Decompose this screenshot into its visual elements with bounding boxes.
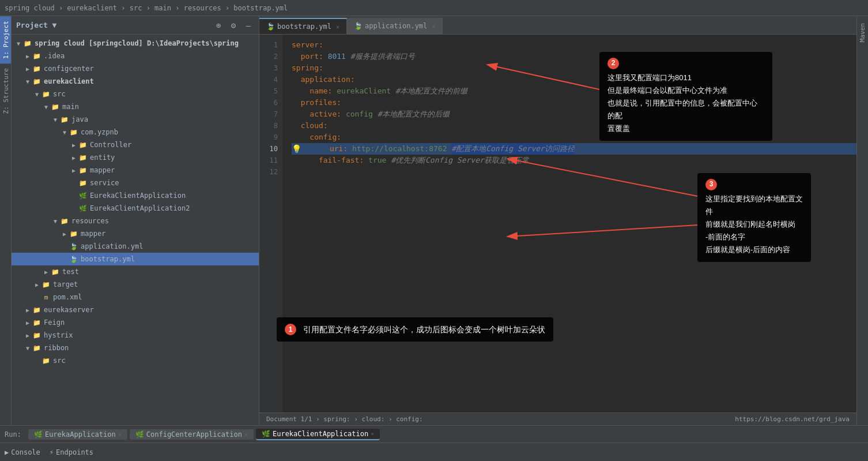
tab-bootstrap-yml[interactable]: 🍃 bootstrap.yml ✕: [259, 18, 347, 34]
settings-icon[interactable]: ⚙: [228, 20, 239, 31]
line-numbers: 1 2 3 4 5 6 7 8 9 10 11 12: [259, 35, 282, 413]
code-line-1: server:: [292, 39, 856, 51]
tree-item-mapper[interactable]: 📁 mapper: [12, 164, 259, 177]
tree-item-hystrix[interactable]: 📁 hystrix: [12, 329, 259, 342]
close-icon[interactable]: ✕: [244, 431, 248, 437]
yaml-icon: 🍃: [354, 22, 363, 30]
tree-item-eurekaclient[interactable]: 📁 eurekaclient: [12, 75, 259, 88]
run-tab-label: EurekaClientApplication: [273, 430, 368, 438]
tree-item-eureka-app[interactable]: 🌿 EurekaClientApplication: [12, 189, 259, 202]
vtab-project[interactable]: 1: Project: [0, 16, 11, 63]
tree-item-java[interactable]: 📁 java: [12, 113, 259, 126]
tree-arrow: [23, 343, 32, 353]
tree-label: com.yzpnb: [81, 128, 118, 136]
spring-icon: 🌿: [78, 204, 88, 213]
tree-label: Feign: [44, 318, 65, 327]
tree-label: bootstrap.yml: [81, 255, 135, 263]
folder-icon: 📁: [78, 178, 88, 188]
tab-application-yml[interactable]: 🍃 application.yml ✕: [347, 18, 443, 34]
tree-item-test[interactable]: 📁 test: [12, 265, 259, 278]
code-line-11: fail-fast: true #优先判断Config Server获取是否正常: [292, 155, 856, 166]
minimize-icon[interactable]: —: [243, 20, 254, 31]
tree-arrow: [32, 356, 41, 365]
code-area[interactable]: server: port: 8011 #服务提供者端口号 spring: app…: [282, 35, 856, 413]
close-icon[interactable]: ✕: [336, 24, 339, 30]
tree-arrow: [69, 153, 78, 162]
tree-arrow: [60, 229, 69, 238]
yaml-icon: 🍃: [69, 254, 78, 264]
close-icon[interactable]: ✕: [432, 23, 435, 29]
close-icon[interactable]: ✕: [118, 431, 122, 437]
editor-content: 1 2 3 4 5 6 7 8 9 10 11 12 server:: [259, 35, 856, 413]
folder-icon: 📁: [32, 77, 41, 86]
tree-arrow: [69, 140, 78, 149]
tree-item-idea[interactable]: 📁 .idea: [12, 50, 259, 62]
add-icon[interactable]: ⊕: [213, 20, 224, 31]
console-label: Console: [11, 448, 40, 456]
yaml-icon: 🍃: [69, 242, 78, 251]
maven-panel[interactable]: Maven: [856, 16, 868, 425]
close-icon[interactable]: ✕: [371, 430, 374, 437]
line-num-12: 12: [259, 166, 282, 178]
folder-icon: 📁: [78, 140, 88, 149]
tree-item-configcenter[interactable]: 📁 configcenter: [12, 62, 259, 75]
tree-item-target[interactable]: 📁 target: [12, 278, 259, 291]
line-num-7: 7: [259, 108, 282, 120]
tool-bar: ▶ Console ⚡ Endpoints: [0, 443, 868, 461]
tree-label: java: [71, 115, 88, 123]
tree-item-bootstrap-yml[interactable]: 🍃 bootstrap.yml: [12, 253, 259, 265]
code-line-12: [292, 166, 856, 178]
tree-item-pom[interactable]: m pom.xml: [12, 291, 259, 303]
sidebar: Project ▼ ⊕ ⚙ — 📁 spring cloud [springcl…: [12, 16, 259, 425]
tree-item-entity[interactable]: 📁 entity: [12, 151, 259, 164]
tree-item-application-yml[interactable]: 🍃 application.yml: [12, 240, 259, 253]
vtab-structure[interactable]: Z: Structure: [0, 63, 11, 118]
line-num-5: 5: [259, 85, 282, 97]
tree-item-ribbon[interactable]: 📁 ribbon: [12, 342, 259, 354]
folder-icon: 📁: [69, 229, 78, 238]
tree-item-eureka-app2[interactable]: 🌿 EurekaClientApplication2: [12, 202, 259, 215]
tree-item-root[interactable]: 📁 spring cloud [springcloud] D:\IdeaProj…: [12, 37, 259, 50]
tree-arrow: [23, 51, 32, 61]
tree-arrow: [69, 178, 78, 188]
run-tab-eurekaclient[interactable]: 🌿 EurekaClientApplication ✕: [256, 429, 380, 440]
run-tab-configcenter[interactable]: 🌿 ConfigCenterApplication ✕: [130, 429, 254, 440]
tab-label: application.yml: [365, 22, 427, 30]
tree-item-ribbon-src[interactable]: 📁 src: [12, 354, 259, 367]
tree-item-resources[interactable]: 📁 resources: [12, 215, 259, 227]
tree-arrow: [69, 204, 78, 213]
tree-item-eurekaserver[interactable]: 📁 eurekaserver: [12, 303, 259, 316]
run-label: Run:: [5, 430, 21, 438]
folder-icon: 📁: [32, 343, 41, 353]
tree-label: mapper: [90, 166, 115, 174]
spring-icon: 🌿: [262, 430, 270, 438]
folder-orange-icon: 📁: [41, 280, 51, 289]
tree-item-src[interactable]: 📁 src: [12, 88, 259, 100]
console-button[interactable]: ▶ Console: [5, 448, 40, 456]
yaml-icon: 🍃: [266, 23, 275, 31]
tree-label: EurekaClientApplication: [90, 192, 186, 200]
line-num-8: 8: [259, 120, 282, 132]
tree-label: target: [53, 280, 78, 288]
folder-icon: 📁: [51, 102, 60, 111]
tree-item-feign[interactable]: 📁 Feign: [12, 316, 259, 329]
run-tab-eureka[interactable]: 🌿 EurekaApplication ✕: [28, 429, 127, 440]
folder-icon: 📁: [32, 305, 41, 314]
tree-item-mapper2[interactable]: 📁 mapper: [12, 227, 259, 240]
folder-icon: 📁: [32, 64, 41, 73]
endpoints-button[interactable]: ⚡ Endpoints: [50, 448, 93, 456]
tab-label: bootstrap.yml: [277, 23, 331, 31]
status-bar: Document 1/1 › spring: › cloud: › config…: [259, 413, 856, 425]
tree-item-comyzpnb[interactable]: 📁 com.yzpnb: [12, 126, 259, 138]
endpoints-icon: ⚡: [50, 448, 54, 456]
tree-arrow: [23, 318, 32, 327]
code-line-5: name: eurekaClient #本地配置文件的前缀: [292, 85, 856, 97]
tree-item-controller[interactable]: 📁 Controller: [12, 138, 259, 151]
line-num-1: 1: [259, 39, 282, 51]
tree-item-main[interactable]: 📁 main: [12, 100, 259, 113]
tree-arrow: [51, 216, 60, 226]
content-area: 🍃 bootstrap.yml ✕ 🍃 application.yml ✕ 1 …: [259, 16, 856, 425]
folder-icon: 📁: [32, 331, 41, 340]
tree-item-service[interactable]: 📁 service: [12, 177, 259, 189]
maven-label: Maven: [859, 23, 866, 42]
